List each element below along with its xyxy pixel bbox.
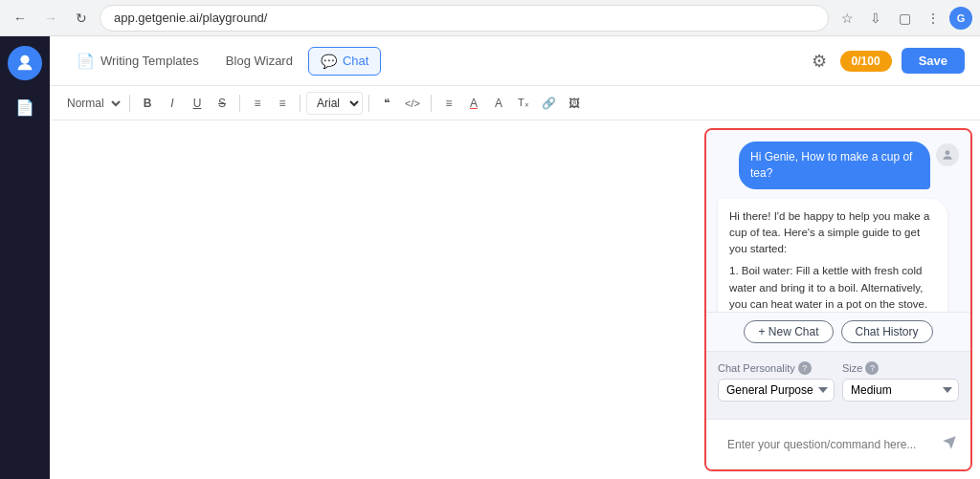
- settings-button[interactable]: ⚙: [808, 47, 831, 76]
- chat-history-button[interactable]: Chat History: [841, 320, 933, 343]
- writing-templates-label: Writing Templates: [100, 54, 199, 68]
- back-button[interactable]: ←: [8, 6, 33, 31]
- chat-input-area: [706, 419, 970, 469]
- extensions-icon[interactable]: ▢: [892, 6, 917, 31]
- ordered-list-button[interactable]: ≡: [246, 92, 269, 115]
- chat-settings-row: Chat Personality ? General Purpose Profe…: [718, 361, 959, 402]
- chat-input[interactable]: [718, 427, 934, 462]
- bookmark-icon[interactable]: ☆: [835, 6, 859, 31]
- top-nav: 📄 Writing Templates Blog Wizard 💬 Chat ⚙…: [50, 36, 980, 86]
- profile-avatar[interactable]: G: [949, 7, 972, 30]
- writing-templates-icon: 📄: [77, 53, 95, 70]
- svg-point-0: [20, 55, 29, 64]
- sidebar-document-icon[interactable]: 📄: [11, 96, 39, 119]
- size-select[interactable]: Small Medium Large: [842, 379, 959, 402]
- personality-label: Chat Personality ?: [718, 361, 835, 375]
- link-button[interactable]: 🔗: [537, 92, 561, 115]
- browser-actions: ☆ ⇩ ▢ ⋮ G: [835, 6, 972, 31]
- separator-4: [368, 95, 369, 112]
- user-message-1: Hi Genie, How to make a cup of tea?: [718, 142, 959, 189]
- editor-toolbar: Normal B I U S ≡ ≡ Arial ❝ </> ≡ A A Tₓ …: [50, 86, 980, 120]
- size-info-icon[interactable]: ?: [865, 361, 879, 375]
- new-chat-button[interactable]: + New Chat: [744, 320, 833, 343]
- token-badge: 0/100: [840, 51, 892, 72]
- svg-point-1: [946, 150, 950, 155]
- save-button[interactable]: Save: [902, 48, 965, 74]
- chat-messages: Hi Genie, How to make a cup of tea? Hi t…: [706, 130, 970, 312]
- reload-button[interactable]: ↻: [69, 6, 94, 31]
- app-logo[interactable]: [8, 46, 42, 80]
- font-color-button[interactable]: A: [462, 92, 485, 115]
- more-icon[interactable]: ⋮: [921, 6, 946, 31]
- chat-panel: Hi Genie, How to make a cup of tea? Hi t…: [704, 128, 972, 471]
- personality-select[interactable]: General Purpose Professional Casual: [718, 379, 835, 402]
- format-select[interactable]: Normal: [59, 92, 123, 115]
- strikethrough-button[interactable]: S: [211, 92, 234, 115]
- download-icon[interactable]: ⇩: [863, 6, 888, 31]
- separator-3: [300, 95, 301, 112]
- user-avatar: [936, 143, 959, 166]
- chat-nav-label: Chat: [343, 54, 368, 68]
- address-bar[interactable]: [100, 5, 829, 32]
- bot-intro: Hi there! I'd be happy to help you make …: [729, 208, 936, 258]
- separator-1: [129, 95, 130, 112]
- bold-button[interactable]: B: [136, 92, 159, 115]
- size-group: Size ? Small Medium Large: [842, 361, 959, 402]
- font-select[interactable]: Arial: [306, 92, 363, 115]
- align-left-button[interactable]: ≡: [437, 92, 460, 115]
- nav-writing-templates[interactable]: 📄 Writing Templates: [65, 47, 211, 76]
- separator-2: [239, 95, 240, 112]
- bot-message-1: Hi there! I'd be happy to help you make …: [718, 199, 959, 312]
- bot-step1: 1. Boil water: Fill a kettle with fresh …: [729, 263, 936, 312]
- italic-button[interactable]: I: [161, 92, 184, 115]
- separator-5: [431, 95, 432, 112]
- forward-button[interactable]: →: [38, 6, 63, 31]
- nav-blog-wizard[interactable]: Blog Wizard: [214, 48, 304, 74]
- sidebar: 📄: [0, 36, 50, 479]
- clear-format-button[interactable]: Tₓ: [512, 92, 535, 115]
- main-content: 📄 Writing Templates Blog Wizard 💬 Chat ⚙…: [50, 36, 980, 479]
- code-button[interactable]: </>: [400, 92, 425, 115]
- chat-settings: Chat Personality ? General Purpose Profe…: [706, 351, 970, 419]
- send-button[interactable]: [940, 433, 959, 456]
- personality-group: Chat Personality ? General Purpose Profe…: [718, 361, 835, 402]
- highlight-button[interactable]: A: [487, 92, 510, 115]
- browser-bar: ← → ↻ ☆ ⇩ ▢ ⋮ G: [0, 0, 980, 36]
- personality-info-icon[interactable]: ?: [798, 361, 812, 375]
- chat-nav-icon: 💬: [321, 54, 337, 69]
- content-area: Hi Genie, How to make a cup of tea? Hi t…: [50, 120, 980, 479]
- blog-wizard-label: Blog Wizard: [226, 54, 293, 68]
- app-container: 📄 📄 Writing Templates Blog Wizard 💬 Chat…: [0, 36, 980, 479]
- token-count: 0/100: [852, 54, 880, 68]
- top-nav-right: ⚙ 0/100 Save: [808, 47, 965, 76]
- image-button[interactable]: 🖼: [563, 92, 586, 115]
- unordered-list-button[interactable]: ≡: [271, 92, 294, 115]
- blockquote-button[interactable]: ❝: [375, 92, 398, 115]
- nav-chat[interactable]: 💬 Chat: [308, 47, 381, 76]
- bot-bubble-1: Hi there! I'd be happy to help you make …: [718, 199, 947, 312]
- chat-actions: + New Chat Chat History: [706, 312, 970, 351]
- editor-area[interactable]: [50, 120, 697, 479]
- underline-button[interactable]: U: [186, 92, 209, 115]
- size-label: Size ?: [842, 361, 959, 375]
- user-bubble-1: Hi Genie, How to make a cup of tea?: [739, 142, 930, 189]
